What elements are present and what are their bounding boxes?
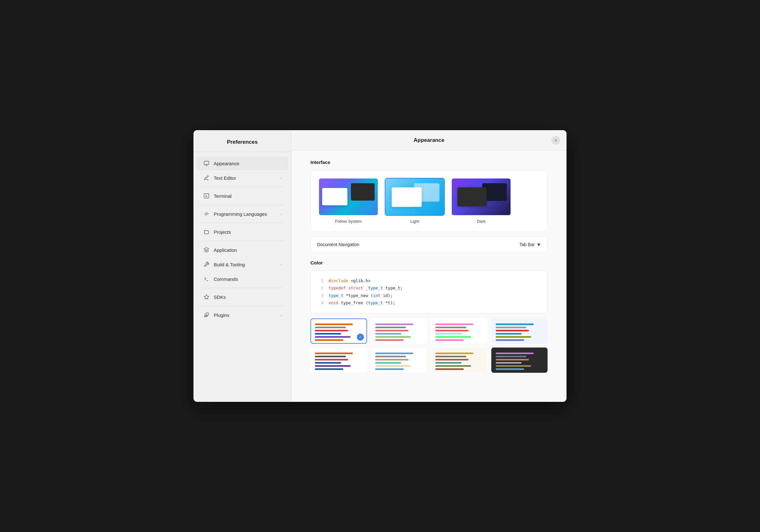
sidebar-divider-6: [200, 306, 285, 306]
theme-option-dark[interactable]: Dark: [451, 178, 511, 224]
sdks-icon: [203, 293, 210, 300]
chevron-right-icon: ›: [280, 176, 282, 180]
color-swatch-3[interactable]: [431, 319, 488, 344]
sidebar-items: Appearance Text Editor ›: [194, 152, 291, 326]
sidebar-item-commands[interactable]: Commands: [197, 272, 288, 286]
sidebar-divider-1: [200, 187, 285, 187]
sidebar: Preferences Appearance Text Editor: [194, 130, 292, 402]
code-line-2: 2 typedef struct _type_t type_t;: [318, 284, 540, 291]
document-navigation-value: Tab Bar ▼: [519, 242, 541, 247]
dark-label: Dark: [477, 219, 485, 224]
sidebar-item-text-editor[interactable]: Text Editor ›: [197, 171, 288, 185]
sidebar-label-build-tooling: Build & Tooling: [214, 262, 280, 267]
application-icon: [203, 246, 210, 253]
preferences-dialog: Preferences Appearance Text Editor: [194, 130, 566, 402]
sidebar-item-build-tooling[interactable]: Build & Tooling ›: [197, 257, 288, 271]
interface-section-title: Interface: [310, 159, 547, 165]
chevron-right-icon-3: ›: [280, 262, 282, 267]
document-navigation-card[interactable]: Document Navigation Tab Bar ▼: [310, 237, 547, 252]
selected-check-icon: ✓: [357, 333, 364, 340]
plugins-icon: [203, 312, 210, 319]
text-editor-icon: [203, 174, 210, 181]
color-swatch-7[interactable]: [431, 347, 488, 373]
sidebar-label-text-editor: Text Editor: [214, 175, 280, 181]
sidebar-divider-4: [200, 241, 285, 241]
color-swatch-6[interactable]: [371, 347, 427, 373]
color-swatch-8[interactable]: [491, 347, 548, 373]
dark-preview: [451, 178, 511, 216]
color-swatch-5[interactable]: [310, 347, 367, 373]
code-line-1: 1 #include <glib.h>: [318, 277, 540, 284]
terminal-icon: [203, 193, 210, 200]
svg-rect-0: [204, 161, 209, 164]
appearance-icon: [203, 160, 210, 167]
light-label: Light: [410, 219, 419, 224]
commands-icon: [203, 276, 210, 283]
color-swatch-4[interactable]: [491, 319, 548, 344]
sidebar-divider-5: [200, 288, 285, 288]
follow-system-label: Follow System: [335, 219, 362, 224]
sidebar-item-projects[interactable]: Projects: [197, 225, 288, 239]
theme-options: Follow System Light: [318, 178, 540, 224]
sidebar-item-application[interactable]: Application: [197, 243, 288, 257]
close-button[interactable]: ×: [551, 136, 560, 145]
sidebar-item-plugins[interactable]: Plugins ›: [197, 308, 288, 322]
sidebar-item-programming-languages[interactable]: Programming Languages ›: [197, 207, 288, 221]
sidebar-label-application: Application: [214, 247, 282, 253]
light-preview: [385, 178, 445, 216]
sidebar-title: Preferences: [194, 130, 291, 152]
color-theme-grid: ✓: [310, 319, 547, 373]
color-swatch-2[interactable]: [371, 319, 427, 344]
sidebar-label-sdks: SDKs: [214, 294, 282, 300]
projects-icon: [203, 228, 210, 235]
chevron-right-icon-2: ›: [280, 212, 282, 216]
code-line-4: 4 void type_free (type_t *t);: [318, 299, 540, 306]
sidebar-divider-3: [200, 223, 285, 223]
theme-option-follow-system[interactable]: Follow System: [318, 178, 378, 224]
theme-option-light[interactable]: Light: [385, 178, 445, 224]
build-icon: [203, 261, 210, 268]
theme-card: Follow System Light: [310, 170, 547, 232]
sidebar-label-terminal: Terminal: [214, 193, 282, 199]
sidebar-label-programming-languages: Programming Languages: [214, 211, 280, 217]
sidebar-item-sdks[interactable]: SDKs: [197, 290, 288, 304]
document-navigation-label: Document Navigation: [317, 242, 359, 247]
sidebar-item-terminal[interactable]: Terminal: [197, 189, 288, 203]
follow-system-preview: [318, 178, 378, 216]
sidebar-divider-2: [200, 205, 285, 205]
main-header-title: Appearance: [413, 137, 444, 144]
code-preview: 1 #include <glib.h> 2 typedef struct _ty…: [310, 270, 547, 313]
dropdown-arrow-icon: ▼: [537, 242, 541, 247]
code-line-3: 3 type_t *type_new (int id);: [318, 292, 540, 299]
sidebar-item-appearance[interactable]: Appearance: [197, 156, 288, 170]
color-section-title: Color: [310, 260, 547, 265]
main-content: Appearance × Interface Follo: [292, 130, 566, 402]
chevron-right-icon-4: ›: [280, 313, 282, 318]
sidebar-label-projects: Projects: [214, 229, 282, 235]
sidebar-label-appearance: Appearance: [214, 161, 282, 166]
main-body: Interface Follow System: [292, 151, 566, 402]
color-swatch-1[interactable]: ✓: [310, 319, 367, 344]
sidebar-label-plugins: Plugins: [214, 312, 280, 318]
code-icon: [203, 210, 210, 217]
main-header: Appearance ×: [292, 130, 566, 151]
sidebar-label-commands: Commands: [214, 277, 282, 282]
